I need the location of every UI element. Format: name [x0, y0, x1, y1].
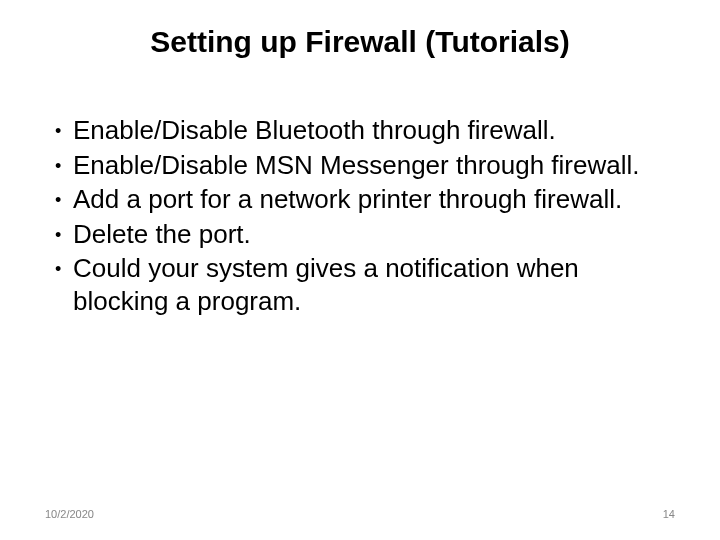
bullet-text: Enable/Disable Bluetooth through firewal…	[73, 114, 675, 147]
bullet-icon: •	[55, 252, 73, 281]
bullet-icon: •	[55, 218, 73, 247]
bullet-icon: •	[55, 149, 73, 178]
bullet-icon: •	[55, 114, 73, 143]
list-item: • Could your system gives a notification…	[55, 252, 675, 317]
footer-date: 10/2/2020	[45, 508, 94, 520]
slide-container: Setting up Firewall (Tutorials) • Enable…	[0, 0, 720, 540]
bullet-text: Could your system gives a notification w…	[73, 252, 675, 317]
list-item: • Enable/Disable MSN Messenger through f…	[55, 149, 675, 182]
bullet-text: Enable/Disable MSN Messenger through fir…	[73, 149, 675, 182]
bullet-text: Delete the port.	[73, 218, 675, 251]
footer-page-number: 14	[663, 508, 675, 520]
bullet-icon: •	[55, 183, 73, 212]
footer: 10/2/2020 14	[45, 508, 675, 520]
bullet-text: Add a port for a network printer through…	[73, 183, 675, 216]
list-item: • Add a port for a network printer throu…	[55, 183, 675, 216]
bullet-list: • Enable/Disable Bluetooth through firew…	[45, 114, 675, 317]
list-item: • Enable/Disable Bluetooth through firew…	[55, 114, 675, 147]
list-item: • Delete the port.	[55, 218, 675, 251]
page-title: Setting up Firewall (Tutorials)	[45, 25, 675, 59]
